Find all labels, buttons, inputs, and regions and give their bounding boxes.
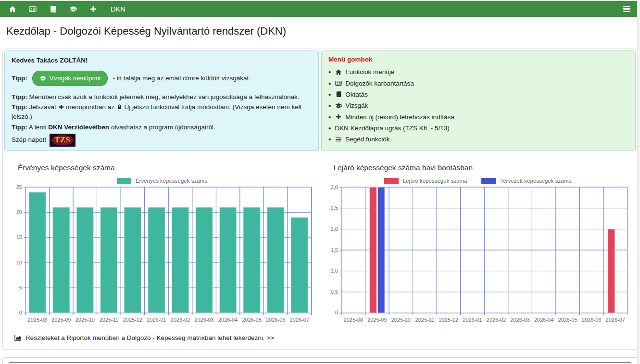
lock-icon bbox=[116, 103, 123, 110]
page-title: Kezdőlap - Dolgozói Képesség Nyilvántart… bbox=[0, 17, 640, 44]
svg-text:2026-03: 2026-03 bbox=[510, 317, 529, 323]
plus-icon bbox=[335, 113, 342, 121]
home-icon[interactable] bbox=[8, 4, 17, 14]
svg-text:2025-12: 2025-12 bbox=[123, 317, 142, 323]
svg-text:3,0: 3,0 bbox=[330, 184, 338, 190]
legend-item: Érvényes képességek száma bbox=[117, 178, 208, 184]
legend-swatch bbox=[481, 178, 496, 184]
svg-text:10: 10 bbox=[16, 259, 22, 265]
menu-panel-title: Menü gombok bbox=[328, 56, 628, 63]
svg-text:2026-06: 2026-06 bbox=[582, 317, 601, 323]
svg-text:2026-01: 2026-01 bbox=[463, 317, 482, 323]
svg-text:5: 5 bbox=[19, 285, 22, 290]
chart-legend: Lejáró képességek számaTervezett képessé… bbox=[323, 178, 633, 184]
id-card-icon[interactable] bbox=[28, 4, 38, 14]
svg-text:1,0: 1,0 bbox=[330, 268, 338, 274]
svg-text:2026-02: 2026-02 bbox=[171, 317, 190, 323]
svg-text:2026-07: 2026-07 bbox=[605, 317, 625, 323]
greeting: Kedves Takács ZOLTÁN! bbox=[12, 56, 312, 65]
tzs-logo: TZS bbox=[50, 134, 75, 147]
id-card-icon bbox=[335, 80, 342, 87]
svg-text:1,5: 1,5 bbox=[330, 247, 338, 252]
svg-text:2026-05: 2026-05 bbox=[558, 317, 577, 323]
svg-text:2026-01: 2026-01 bbox=[147, 317, 166, 323]
svg-text:0: 0 bbox=[19, 310, 22, 315]
svg-text:15: 15 bbox=[16, 234, 22, 240]
svg-text:2026-04: 2026-04 bbox=[218, 317, 238, 323]
top-navbar: DKN bbox=[0, 1, 640, 17]
legend-item: Lejáró képességek száma bbox=[384, 178, 467, 184]
reports-hint: Részleteket a Riportok menüben a Dolgozó… bbox=[4, 326, 636, 348]
brand-label[interactable]: DKN bbox=[111, 5, 125, 13]
vizsgak-menu-button[interactable]: Vizsgák menüpont bbox=[32, 71, 108, 86]
menu-item-uj-rekord: Minden új (rekord) létrehozás indítása bbox=[328, 112, 628, 123]
svg-text:2025-08: 2025-08 bbox=[28, 317, 47, 323]
svg-text:2,0: 2,0 bbox=[330, 226, 338, 232]
svg-text:2025-11: 2025-11 bbox=[415, 317, 434, 323]
tip1-text: - itt találja meg az email címre küldött… bbox=[113, 74, 251, 83]
chart-title: Lejáró képességek száma havi bontásban bbox=[323, 157, 633, 173]
svg-text:0: 0 bbox=[335, 310, 338, 315]
svg-text:20: 20 bbox=[16, 209, 22, 215]
svg-text:2,5: 2,5 bbox=[330, 205, 338, 211]
expiring-capabilities-chart: Lejáró képességek száma havi bontásban L… bbox=[320, 157, 636, 326]
menu-buttons-panel: Menü gombok Funkciók menüje Dolgozók kar… bbox=[321, 50, 636, 151]
closing-text: Szép napot! bbox=[12, 135, 46, 145]
plus-icon[interactable] bbox=[88, 4, 98, 14]
chart-canvas: 00,51,01,52,02,53,02025-082025-092025-10… bbox=[323, 184, 633, 326]
home-icon bbox=[335, 68, 342, 75]
tip4-line: Tipp: A lenti DKN Verziólevélben olvasha… bbox=[12, 123, 312, 132]
svg-text:2025-10: 2025-10 bbox=[391, 317, 410, 323]
valid-capabilities-chart: Érvényes képességek száma Érvényes képes… bbox=[4, 157, 320, 326]
graduation-cap-icon[interactable] bbox=[68, 4, 78, 14]
menu-item-vizsgak: Vizsgák bbox=[328, 100, 628, 111]
svg-text:2025-10: 2025-10 bbox=[75, 317, 95, 323]
menu-item-seged: Segéd funkciók bbox=[328, 134, 628, 145]
graduation-cap-icon bbox=[39, 75, 46, 82]
chart-legend: Érvényes képességek száma bbox=[7, 178, 317, 184]
menu-item-oktatas: Oktatás bbox=[328, 89, 628, 100]
legend-item: Tervezett képességek száma bbox=[481, 178, 571, 184]
hamburger-menu-icon[interactable] bbox=[621, 4, 632, 14]
svg-text:25: 25 bbox=[16, 184, 22, 190]
plus-icon bbox=[58, 103, 64, 110]
svg-text:2025-11: 2025-11 bbox=[100, 317, 119, 323]
svg-text:0,5: 0,5 bbox=[330, 289, 338, 295]
svg-text:2025-09: 2025-09 bbox=[51, 317, 71, 323]
svg-text:2025-12: 2025-12 bbox=[439, 317, 458, 323]
hamburger-icon bbox=[335, 136, 342, 143]
area-chart-icon bbox=[14, 334, 22, 342]
tips-panel: Kedves Takács ZOLTÁN! Tipp: Vizsgák menü… bbox=[4, 50, 319, 151]
tip3-line: Tipp: Jelszavát menüpontban az Új jelszó… bbox=[12, 102, 312, 122]
svg-text:2025-09: 2025-09 bbox=[367, 317, 387, 323]
book-icon bbox=[335, 91, 342, 98]
svg-text:2025-08: 2025-08 bbox=[343, 317, 363, 323]
svg-text:2026-03: 2026-03 bbox=[194, 317, 213, 323]
menu-list: Funkciók menüje Dolgozók karbantartása O… bbox=[328, 66, 628, 145]
menu-item-dolgozok: Dolgozók karbantartása bbox=[328, 77, 628, 88]
svg-text:2026-07: 2026-07 bbox=[290, 317, 309, 323]
title-divider bbox=[3, 44, 637, 44]
main-panel: Kedves Takács ZOLTÁN! Tipp: Vizsgák menü… bbox=[2, 49, 638, 350]
version-letter-box: DKN rendszer - Verziólevél Várható fejle… bbox=[9, 362, 631, 364]
scrollbar[interactable] bbox=[637, 0, 640, 364]
chart-canvas: 05101520252025-082025-092025-102025-1120… bbox=[7, 184, 317, 326]
svg-text:2026-02: 2026-02 bbox=[486, 317, 505, 323]
svg-text:2026-05: 2026-05 bbox=[242, 317, 261, 323]
legend-swatch bbox=[384, 178, 399, 184]
chart-title: Érvényes képességek száma bbox=[7, 157, 317, 173]
svg-text:2026-04: 2026-04 bbox=[534, 317, 553, 323]
book-icon[interactable] bbox=[48, 4, 58, 14]
tip-label: Tipp: bbox=[12, 74, 27, 83]
svg-text:2026-06: 2026-06 bbox=[266, 317, 285, 323]
menu-item-kezdolap: DKN Kezdőlapra ugrás (TZS Kft. - 5/13) bbox=[328, 123, 628, 134]
graduation-cap-icon bbox=[335, 102, 342, 109]
version-letter-panel: DKN rendszer - Verziólevél Várható fejle… bbox=[2, 357, 638, 364]
legend-swatch bbox=[117, 178, 131, 184]
tip2-line: Tipp: Menüben csak azok a funkciók jelen… bbox=[12, 92, 312, 102]
menu-item-funkciok: Funkciók menüje bbox=[328, 66, 628, 77]
